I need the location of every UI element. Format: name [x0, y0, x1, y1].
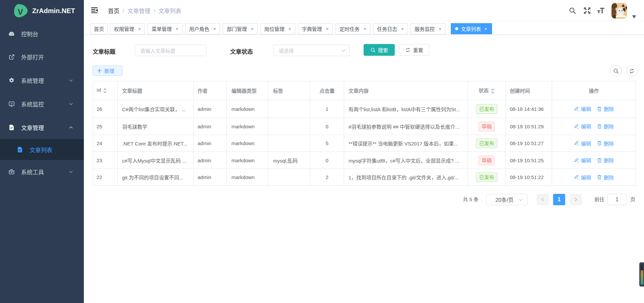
svg-text:V: V	[17, 7, 23, 16]
